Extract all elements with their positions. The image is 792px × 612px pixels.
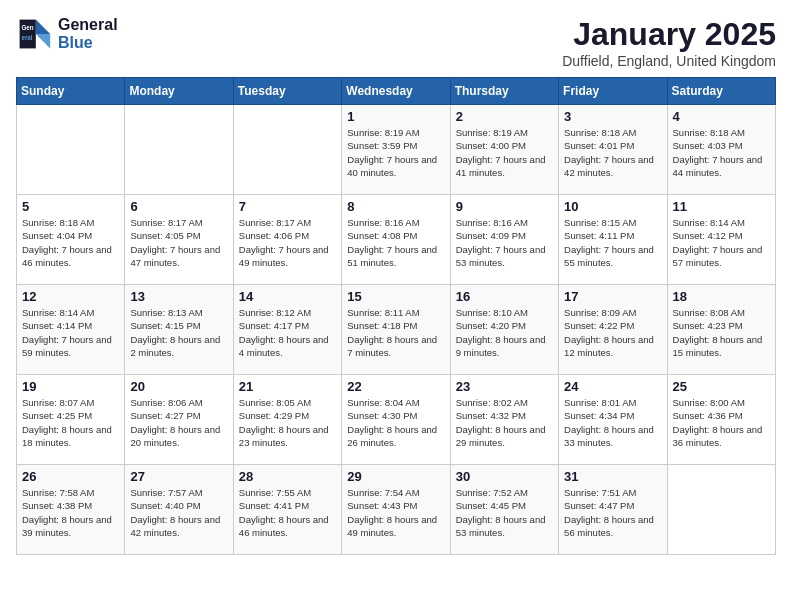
day-number: 15 [347,289,444,304]
day-cell-1: 1Sunrise: 8:19 AMSunset: 3:59 PMDaylight… [342,105,450,195]
week-row-2: 5Sunrise: 8:18 AMSunset: 4:04 PMDaylight… [17,195,776,285]
day-cell-4: 4Sunrise: 8:18 AMSunset: 4:03 PMDaylight… [667,105,775,195]
day-number: 22 [347,379,444,394]
day-number: 20 [130,379,227,394]
svg-marker-0 [36,20,50,34]
day-cell-28: 28Sunrise: 7:55 AMSunset: 4:41 PMDayligh… [233,465,341,555]
day-info: Sunrise: 8:16 AMSunset: 4:09 PMDaylight:… [456,216,553,269]
day-cell-2: 2Sunrise: 8:19 AMSunset: 4:00 PMDaylight… [450,105,558,195]
day-info: Sunrise: 8:15 AMSunset: 4:11 PMDaylight:… [564,216,661,269]
svg-text:eral: eral [21,34,32,41]
day-cell-24: 24Sunrise: 8:01 AMSunset: 4:34 PMDayligh… [559,375,667,465]
day-cell-5: 5Sunrise: 8:18 AMSunset: 4:04 PMDaylight… [17,195,125,285]
day-cell-7: 7Sunrise: 8:17 AMSunset: 4:06 PMDaylight… [233,195,341,285]
day-cell-17: 17Sunrise: 8:09 AMSunset: 4:22 PMDayligh… [559,285,667,375]
day-number: 14 [239,289,336,304]
day-cell-21: 21Sunrise: 8:05 AMSunset: 4:29 PMDayligh… [233,375,341,465]
day-number: 24 [564,379,661,394]
day-number: 5 [22,199,119,214]
day-number: 2 [456,109,553,124]
logo-icon: Gen eral [16,16,52,52]
day-info: Sunrise: 8:02 AMSunset: 4:32 PMDaylight:… [456,396,553,449]
month-title: January 2025 [562,16,776,53]
day-number: 17 [564,289,661,304]
day-number: 8 [347,199,444,214]
empty-cell [17,105,125,195]
day-info: Sunrise: 7:51 AMSunset: 4:47 PMDaylight:… [564,486,661,539]
week-row-1: 1Sunrise: 8:19 AMSunset: 3:59 PMDaylight… [17,105,776,195]
day-info: Sunrise: 8:09 AMSunset: 4:22 PMDaylight:… [564,306,661,359]
day-cell-30: 30Sunrise: 7:52 AMSunset: 4:45 PMDayligh… [450,465,558,555]
day-info: Sunrise: 8:10 AMSunset: 4:20 PMDaylight:… [456,306,553,359]
day-info: Sunrise: 8:19 AMSunset: 4:00 PMDaylight:… [456,126,553,179]
column-header-friday: Friday [559,78,667,105]
day-cell-29: 29Sunrise: 7:54 AMSunset: 4:43 PMDayligh… [342,465,450,555]
day-info: Sunrise: 8:08 AMSunset: 4:23 PMDaylight:… [673,306,770,359]
day-cell-6: 6Sunrise: 8:17 AMSunset: 4:05 PMDaylight… [125,195,233,285]
day-info: Sunrise: 8:12 AMSunset: 4:17 PMDaylight:… [239,306,336,359]
svg-marker-1 [36,34,50,48]
day-info: Sunrise: 8:14 AMSunset: 4:14 PMDaylight:… [22,306,119,359]
day-info: Sunrise: 8:11 AMSunset: 4:18 PMDaylight:… [347,306,444,359]
day-number: 13 [130,289,227,304]
day-number: 4 [673,109,770,124]
day-cell-15: 15Sunrise: 8:11 AMSunset: 4:18 PMDayligh… [342,285,450,375]
column-header-saturday: Saturday [667,78,775,105]
day-info: Sunrise: 7:58 AMSunset: 4:38 PMDaylight:… [22,486,119,539]
day-info: Sunrise: 7:55 AMSunset: 4:41 PMDaylight:… [239,486,336,539]
empty-cell [667,465,775,555]
day-cell-9: 9Sunrise: 8:16 AMSunset: 4:09 PMDaylight… [450,195,558,285]
day-cell-20: 20Sunrise: 8:06 AMSunset: 4:27 PMDayligh… [125,375,233,465]
column-header-monday: Monday [125,78,233,105]
day-number: 9 [456,199,553,214]
day-info: Sunrise: 8:17 AMSunset: 4:05 PMDaylight:… [130,216,227,269]
column-header-tuesday: Tuesday [233,78,341,105]
day-info: Sunrise: 8:05 AMSunset: 4:29 PMDaylight:… [239,396,336,449]
day-number: 29 [347,469,444,484]
logo-text: General Blue [58,16,118,52]
calendar-header-row: SundayMondayTuesdayWednesdayThursdayFrid… [17,78,776,105]
day-info: Sunrise: 8:17 AMSunset: 4:06 PMDaylight:… [239,216,336,269]
day-cell-26: 26Sunrise: 7:58 AMSunset: 4:38 PMDayligh… [17,465,125,555]
day-info: Sunrise: 7:52 AMSunset: 4:45 PMDaylight:… [456,486,553,539]
column-header-thursday: Thursday [450,78,558,105]
location: Duffield, England, United Kingdom [562,53,776,69]
day-info: Sunrise: 8:14 AMSunset: 4:12 PMDaylight:… [673,216,770,269]
day-cell-31: 31Sunrise: 7:51 AMSunset: 4:47 PMDayligh… [559,465,667,555]
day-number: 28 [239,469,336,484]
day-number: 12 [22,289,119,304]
day-number: 7 [239,199,336,214]
day-info: Sunrise: 8:18 AMSunset: 4:04 PMDaylight:… [22,216,119,269]
day-cell-22: 22Sunrise: 8:04 AMSunset: 4:30 PMDayligh… [342,375,450,465]
day-number: 1 [347,109,444,124]
day-info: Sunrise: 8:18 AMSunset: 4:01 PMDaylight:… [564,126,661,179]
day-info: Sunrise: 8:16 AMSunset: 4:08 PMDaylight:… [347,216,444,269]
day-number: 19 [22,379,119,394]
column-header-wednesday: Wednesday [342,78,450,105]
day-cell-10: 10Sunrise: 8:15 AMSunset: 4:11 PMDayligh… [559,195,667,285]
week-row-5: 26Sunrise: 7:58 AMSunset: 4:38 PMDayligh… [17,465,776,555]
week-row-3: 12Sunrise: 8:14 AMSunset: 4:14 PMDayligh… [17,285,776,375]
title-block: January 2025 Duffield, England, United K… [562,16,776,69]
day-number: 6 [130,199,227,214]
day-cell-12: 12Sunrise: 8:14 AMSunset: 4:14 PMDayligh… [17,285,125,375]
day-number: 16 [456,289,553,304]
day-cell-3: 3Sunrise: 8:18 AMSunset: 4:01 PMDaylight… [559,105,667,195]
day-number: 25 [673,379,770,394]
day-info: Sunrise: 8:01 AMSunset: 4:34 PMDaylight:… [564,396,661,449]
day-cell-23: 23Sunrise: 8:02 AMSunset: 4:32 PMDayligh… [450,375,558,465]
day-number: 26 [22,469,119,484]
day-cell-8: 8Sunrise: 8:16 AMSunset: 4:08 PMDaylight… [342,195,450,285]
day-cell-18: 18Sunrise: 8:08 AMSunset: 4:23 PMDayligh… [667,285,775,375]
day-cell-19: 19Sunrise: 8:07 AMSunset: 4:25 PMDayligh… [17,375,125,465]
day-info: Sunrise: 8:19 AMSunset: 3:59 PMDaylight:… [347,126,444,179]
day-info: Sunrise: 7:54 AMSunset: 4:43 PMDaylight:… [347,486,444,539]
day-number: 30 [456,469,553,484]
day-cell-14: 14Sunrise: 8:12 AMSunset: 4:17 PMDayligh… [233,285,341,375]
day-info: Sunrise: 8:04 AMSunset: 4:30 PMDaylight:… [347,396,444,449]
day-number: 11 [673,199,770,214]
column-header-sunday: Sunday [17,78,125,105]
day-cell-13: 13Sunrise: 8:13 AMSunset: 4:15 PMDayligh… [125,285,233,375]
week-row-4: 19Sunrise: 8:07 AMSunset: 4:25 PMDayligh… [17,375,776,465]
day-cell-16: 16Sunrise: 8:10 AMSunset: 4:20 PMDayligh… [450,285,558,375]
